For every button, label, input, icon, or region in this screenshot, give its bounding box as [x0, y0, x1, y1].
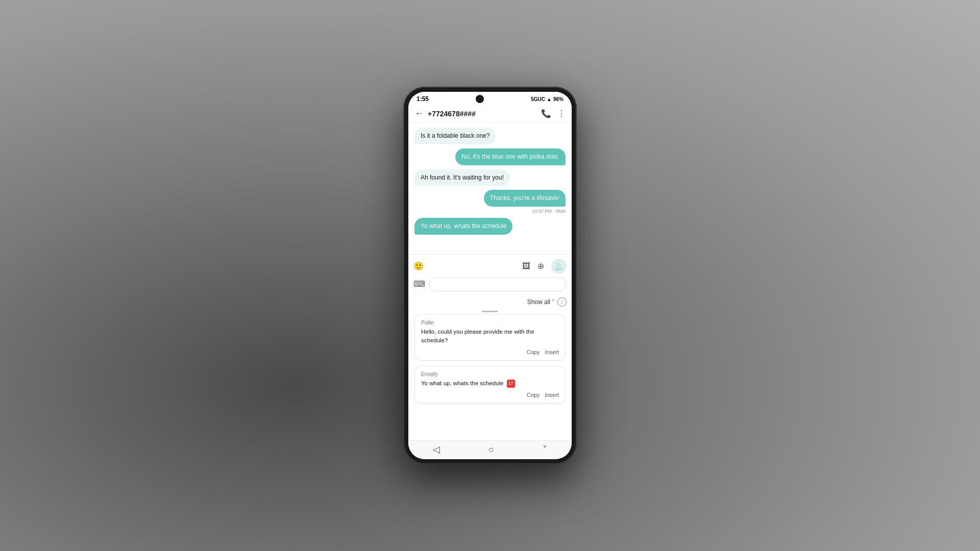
input-toolbar: 🙂 🖼 ⊕ ▷ SMS [413, 259, 567, 274]
insert-button-polite[interactable]: Insert [545, 349, 559, 355]
recents-nav-icon[interactable]: ˅ [543, 444, 547, 455]
suggestion-card-polite: Polite Hello, could you please provide m… [414, 314, 566, 361]
suggestion-actions-emojify: Copy Insert [421, 392, 559, 398]
show-all-row: Show all ˅ i [408, 295, 572, 309]
camera-dot [476, 95, 484, 103]
message-4: Thanks, you're a lifesaver [484, 190, 566, 207]
status-time: 1:55 [416, 95, 429, 103]
message-5: Yo what up, whats the schedule [414, 218, 512, 235]
suggestion-text-polite: Hello, could you please provide me with … [421, 328, 559, 345]
emoji-badge: 17 [507, 380, 515, 388]
status-bar: 1:55 5GUC ▲ 96% [408, 92, 572, 105]
send-label: SMS [555, 267, 562, 271]
send-button[interactable]: ▷ SMS [551, 259, 567, 274]
copy-button-polite[interactable]: Copy [527, 349, 540, 355]
show-all-label: Show all [527, 298, 550, 306]
back-nav-icon[interactable]: ◁ [433, 444, 440, 455]
suggestion-label-polite: Polite [421, 320, 559, 325]
sticker-icon[interactable]: 🖼 [522, 262, 530, 271]
send-arrow-icon: ▷ [557, 262, 561, 267]
home-nav-icon[interactable]: ○ [488, 444, 494, 455]
battery-label: 96% [553, 96, 564, 102]
suggestion-card-emojify: Emojify Yo what up, whats the schedule 1… [414, 366, 566, 404]
suggestion-text-emojify: Yo what up, whats the schedule 17 [421, 379, 559, 388]
chat-area: Is it a foldable black one? No, it's the… [408, 122, 572, 254]
contact-number: +7724678#### [428, 110, 537, 118]
toolbar-right-icons: 🖼 ⊕ ▷ SMS [522, 259, 567, 274]
copy-button-emojify[interactable]: Copy [527, 392, 540, 398]
message-3: Ah found it. It's waiting for you! [414, 169, 510, 186]
input-row: ⌨ [413, 277, 567, 291]
input-area: 🙂 🖼 ⊕ ▷ SMS ⌨ [408, 254, 572, 295]
phone-frame: 1:55 5GUC ▲ 96% ← +7724678#### 📞 ⋮ Is it… [403, 87, 577, 464]
network-label: 5GUC [531, 96, 545, 102]
toolbar-icons: 🙂 [413, 261, 424, 271]
signal-icon: ▲ [547, 96, 552, 102]
message-input[interactable] [429, 277, 567, 291]
phone-screen: 1:55 5GUC ▲ 96% ← +7724678#### 📞 ⋮ Is it… [408, 92, 572, 459]
nav-bar: ← +7724678#### 📞 ⋮ [408, 105, 572, 122]
chevron-down-icon: ˅ [552, 299, 554, 305]
message-1: Is it a foldable black one? [414, 128, 496, 144]
keyboard-icon[interactable]: ⌨ [413, 279, 425, 289]
insert-button-emojify[interactable]: Insert [545, 392, 559, 398]
show-all-button[interactable]: Show all ˅ [527, 298, 554, 306]
suggestion-actions-polite: Copy Insert [421, 349, 559, 355]
status-icons: 5GUC ▲ 96% [531, 96, 564, 102]
add-icon[interactable]: ⊕ [537, 261, 544, 271]
drag-handle [408, 309, 572, 314]
more-options-icon[interactable]: ⋮ [557, 109, 566, 118]
info-icon[interactable]: i [557, 297, 567, 307]
back-button[interactable]: ← [414, 108, 424, 119]
message-2: No, it's the blue one with polka dots. [455, 148, 566, 165]
message-timestamp: 10:37 PM · SMS [532, 209, 566, 214]
emoji-icon[interactable]: 🙂 [413, 261, 424, 271]
suggestions-panel: Polite Hello, could you please provide m… [408, 314, 572, 441]
nav-icons: 📞 ⋮ [541, 109, 566, 118]
call-icon[interactable]: 📞 [541, 109, 551, 118]
bottom-nav: ◁ ○ ˅ [408, 440, 572, 459]
suggestion-label-emojify: Emojify [421, 371, 559, 377]
drag-bar [482, 311, 498, 312]
